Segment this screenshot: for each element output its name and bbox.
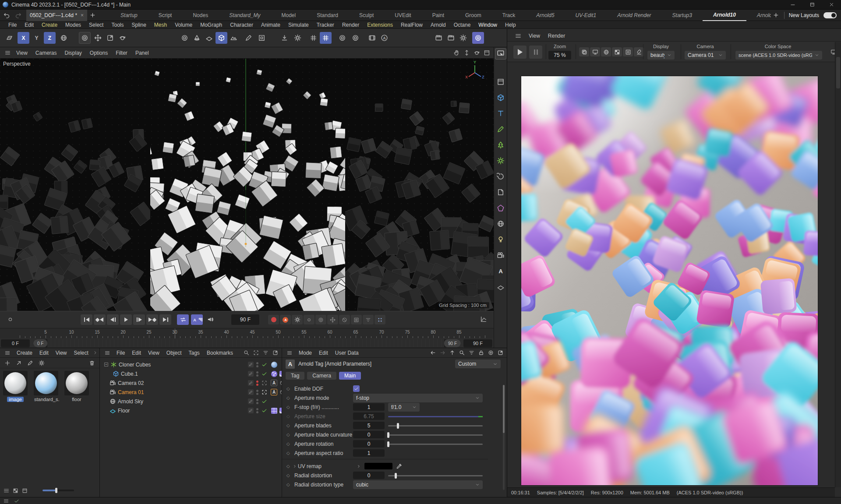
visibility-dot[interactable] [256, 399, 258, 401]
layout-tab-script[interactable]: Script [148, 10, 183, 21]
texture-tag[interactable] [271, 407, 277, 414]
go-to-end-button[interactable] [159, 314, 171, 325]
layout-tab-model[interactable]: Model [271, 10, 307, 21]
make-editable-button[interactable] [336, 32, 348, 44]
spline-pen-button[interactable] [243, 32, 254, 44]
value-field[interactable]: 0 [353, 472, 385, 479]
region-button[interactable] [623, 47, 633, 56]
sound-button[interactable] [207, 316, 214, 323]
a-tag-selected-tag[interactable]: A [271, 389, 277, 395]
text-object-button[interactable] [495, 108, 506, 119]
mograph-effector-button[interactable] [495, 155, 506, 166]
layout-tab-paint[interactable]: Paint [422, 10, 455, 21]
thumbnail-size-slider[interactable] [42, 490, 74, 491]
layout-tab-uv-edit1[interactable]: UV-Edit1 [565, 10, 607, 21]
fcurve-editor-button[interactable] [480, 316, 487, 323]
rotate-tool-button[interactable] [117, 32, 128, 44]
timeline-ruler[interactable]: 510152025303540455055606570758085 [0, 328, 494, 338]
tab-main[interactable]: Main [339, 372, 361, 380]
next-frame-button[interactable] [133, 314, 145, 325]
parameter-diamond-icon[interactable]: ◇ [286, 432, 294, 437]
current-state-to-object-button[interactable] [350, 32, 361, 44]
object-menu-file[interactable]: File [113, 350, 128, 356]
spline-rectangle-button[interactable] [256, 32, 268, 44]
parameter-diamond-icon[interactable]: ◇ [286, 414, 294, 419]
layout-tab-startup3[interactable]: Startup3 [662, 10, 703, 21]
status-menu-icon[interactable] [4, 498, 9, 504]
attributes-target-button[interactable] [488, 350, 494, 356]
zoom-value-field[interactable]: 75 % [548, 51, 571, 60]
attributes-filter-button[interactable] [469, 350, 474, 356]
eraser-button[interactable] [634, 47, 644, 56]
object-menu-object[interactable]: Object [163, 350, 185, 356]
attributes-arrowl-button[interactable] [430, 350, 436, 356]
render-view-menu-view[interactable]: View [525, 33, 544, 39]
arnold-purple-tag[interactable] [271, 370, 277, 377]
expand-icon[interactable] [293, 464, 297, 469]
snapshot-button[interactable] [579, 47, 589, 56]
menu-realflow[interactable]: RealFlow [397, 22, 427, 28]
object-manager-popout-button[interactable] [272, 350, 278, 356]
attributes-menu-mode[interactable]: Mode [295, 350, 315, 356]
undo-button[interactable] [2, 11, 11, 20]
go-to-start-button[interactable] [81, 314, 92, 325]
play-forward-button[interactable] [120, 314, 132, 325]
maximize-button[interactable] [802, 0, 822, 10]
menu-spline[interactable]: Spline [127, 22, 150, 28]
value-field[interactable]: 0 [353, 431, 385, 438]
menu-character[interactable]: Character [226, 22, 257, 28]
range-start-handle[interactable]: 0 F [33, 339, 47, 347]
grid-view-button[interactable] [13, 488, 18, 493]
primitive-landscape-button[interactable] [228, 32, 240, 44]
layout-tab-arnold6[interactable]: Arnold6 [746, 10, 771, 21]
parameter-diamond-icon[interactable]: ◇ [286, 482, 294, 487]
viewport-menu-view[interactable]: View [12, 50, 32, 56]
visibility-dots[interactable] [256, 399, 258, 404]
mograph-pen-button[interactable] [495, 123, 506, 135]
quantize-grid-button[interactable] [320, 32, 332, 44]
object-row[interactable]: Arnold Sky [100, 397, 282, 406]
menu-arnold[interactable]: Arnold [427, 22, 450, 28]
primitive-cone-button[interactable] [191, 32, 203, 44]
primitive-plane-button[interactable] [203, 32, 215, 44]
visibility-dot[interactable] [256, 381, 258, 383]
layout-tab-nodes[interactable]: Nodes [182, 10, 219, 21]
checker-button[interactable] [612, 47, 622, 56]
globe-button[interactable] [601, 47, 611, 56]
value-field[interactable]: 6.75 [353, 412, 385, 420]
live-selection-button[interactable] [79, 32, 91, 44]
polygon-object-button[interactable] [495, 202, 506, 214]
value-slider[interactable] [388, 441, 483, 447]
primitive-plane-object-button[interactable] [495, 76, 506, 88]
screen-button[interactable] [590, 47, 600, 56]
attributes-menu-edit[interactable]: Edit [315, 350, 332, 356]
colorspace-dropdown[interactable]: scene (ACES 1.0 SDR-video (sRGB)) [735, 51, 822, 60]
rendered-image[interactable] [521, 76, 818, 485]
range-end-handle[interactable]: 90 F [444, 339, 461, 347]
object-row[interactable]: Floor [100, 406, 282, 415]
arnold-tag-object-button[interactable] [495, 265, 506, 277]
viewport-menu-options[interactable]: Options [86, 50, 112, 56]
enable-state[interactable] [261, 371, 267, 377]
icon-view-button[interactable] [22, 488, 28, 493]
display-dropdown[interactable]: beauty [647, 51, 675, 60]
color-picker-button[interactable] [396, 463, 402, 469]
object-row[interactable]: Cube.1 [100, 369, 282, 378]
menu-tools[interactable]: Tools [107, 22, 127, 28]
preset-dropdown[interactable]: Custom [455, 359, 501, 368]
value-field[interactable]: 1 [353, 449, 385, 457]
layer-toggle[interactable] [248, 389, 254, 395]
visibility-dot[interactable] [256, 371, 258, 374]
materials-menu-view[interactable]: View [52, 350, 71, 356]
record-keyframe-button[interactable] [268, 315, 279, 324]
menu-create[interactable]: Create [38, 22, 61, 28]
keyframe-snap-button[interactable] [375, 315, 385, 324]
menu-extensions[interactable]: Extensions [363, 22, 397, 28]
drop-to-floor-button[interactable] [279, 32, 290, 44]
autokeying-range-button[interactable] [191, 314, 203, 325]
enable-state[interactable] [261, 389, 267, 395]
visibility-dots[interactable] [256, 390, 258, 395]
floor-object-button[interactable] [495, 281, 506, 293]
value-field[interactable]: 0 [353, 440, 385, 448]
visibility-dots[interactable] [256, 381, 258, 386]
